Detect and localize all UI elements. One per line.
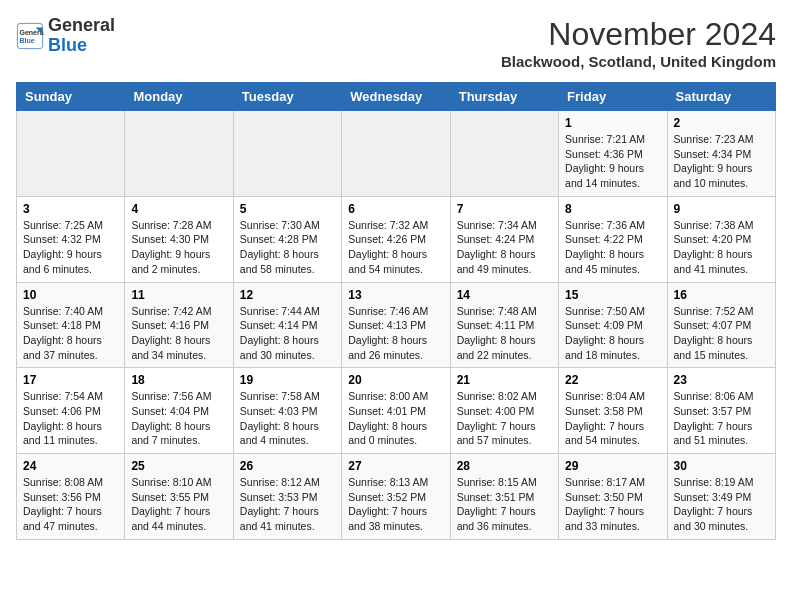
weekday-header-row: SundayMondayTuesdayWednesdayThursdayFrid… [17, 83, 776, 111]
day-number: 14 [457, 288, 552, 302]
day-info: Sunrise: 8:15 AMSunset: 3:51 PMDaylight:… [457, 475, 552, 534]
day-number: 8 [565, 202, 660, 216]
calendar-week-row: 24Sunrise: 8:08 AMSunset: 3:56 PMDayligh… [17, 454, 776, 540]
day-info: Sunrise: 7:42 AMSunset: 4:16 PMDaylight:… [131, 304, 226, 363]
calendar-cell: 2Sunrise: 7:23 AMSunset: 4:34 PMDaylight… [667, 111, 775, 197]
weekday-header-cell: Thursday [450, 83, 558, 111]
calendar-cell: 23Sunrise: 8:06 AMSunset: 3:57 PMDayligh… [667, 368, 775, 454]
day-info: Sunrise: 7:48 AMSunset: 4:11 PMDaylight:… [457, 304, 552, 363]
calendar-cell: 3Sunrise: 7:25 AMSunset: 4:32 PMDaylight… [17, 196, 125, 282]
weekday-header-cell: Sunday [17, 83, 125, 111]
calendar-cell: 5Sunrise: 7:30 AMSunset: 4:28 PMDaylight… [233, 196, 341, 282]
day-number: 20 [348, 373, 443, 387]
calendar-cell: 17Sunrise: 7:54 AMSunset: 4:06 PMDayligh… [17, 368, 125, 454]
day-info: Sunrise: 7:50 AMSunset: 4:09 PMDaylight:… [565, 304, 660, 363]
day-number: 24 [23, 459, 118, 473]
day-info: Sunrise: 7:54 AMSunset: 4:06 PMDaylight:… [23, 389, 118, 448]
calendar-cell: 29Sunrise: 8:17 AMSunset: 3:50 PMDayligh… [559, 454, 667, 540]
day-number: 30 [674, 459, 769, 473]
calendar-cell: 1Sunrise: 7:21 AMSunset: 4:36 PMDaylight… [559, 111, 667, 197]
calendar-cell: 24Sunrise: 8:08 AMSunset: 3:56 PMDayligh… [17, 454, 125, 540]
calendar-week-row: 1Sunrise: 7:21 AMSunset: 4:36 PMDaylight… [17, 111, 776, 197]
day-info: Sunrise: 8:06 AMSunset: 3:57 PMDaylight:… [674, 389, 769, 448]
day-info: Sunrise: 8:19 AMSunset: 3:49 PMDaylight:… [674, 475, 769, 534]
day-number: 3 [23, 202, 118, 216]
calendar-cell: 20Sunrise: 8:00 AMSunset: 4:01 PMDayligh… [342, 368, 450, 454]
day-info: Sunrise: 7:28 AMSunset: 4:30 PMDaylight:… [131, 218, 226, 277]
day-number: 25 [131, 459, 226, 473]
calendar-cell: 25Sunrise: 8:10 AMSunset: 3:55 PMDayligh… [125, 454, 233, 540]
page-header: General Blue General Blue November 2024 … [16, 16, 776, 70]
day-number: 1 [565, 116, 660, 130]
weekday-header-cell: Friday [559, 83, 667, 111]
calendar-cell: 11Sunrise: 7:42 AMSunset: 4:16 PMDayligh… [125, 282, 233, 368]
location-title: Blackwood, Scotland, United Kingdom [501, 53, 776, 70]
day-info: Sunrise: 7:58 AMSunset: 4:03 PMDaylight:… [240, 389, 335, 448]
calendar-cell: 30Sunrise: 8:19 AMSunset: 3:49 PMDayligh… [667, 454, 775, 540]
calendar-cell: 19Sunrise: 7:58 AMSunset: 4:03 PMDayligh… [233, 368, 341, 454]
day-info: Sunrise: 7:44 AMSunset: 4:14 PMDaylight:… [240, 304, 335, 363]
day-info: Sunrise: 8:00 AMSunset: 4:01 PMDaylight:… [348, 389, 443, 448]
day-info: Sunrise: 8:02 AMSunset: 4:00 PMDaylight:… [457, 389, 552, 448]
day-info: Sunrise: 8:08 AMSunset: 3:56 PMDaylight:… [23, 475, 118, 534]
day-number: 2 [674, 116, 769, 130]
calendar-cell: 14Sunrise: 7:48 AMSunset: 4:11 PMDayligh… [450, 282, 558, 368]
day-info: Sunrise: 7:36 AMSunset: 4:22 PMDaylight:… [565, 218, 660, 277]
day-number: 7 [457, 202, 552, 216]
calendar-cell: 27Sunrise: 8:13 AMSunset: 3:52 PMDayligh… [342, 454, 450, 540]
day-number: 22 [565, 373, 660, 387]
day-number: 13 [348, 288, 443, 302]
day-info: Sunrise: 7:23 AMSunset: 4:34 PMDaylight:… [674, 132, 769, 191]
day-number: 12 [240, 288, 335, 302]
day-info: Sunrise: 7:38 AMSunset: 4:20 PMDaylight:… [674, 218, 769, 277]
day-number: 6 [348, 202, 443, 216]
day-number: 11 [131, 288, 226, 302]
calendar-cell: 28Sunrise: 8:15 AMSunset: 3:51 PMDayligh… [450, 454, 558, 540]
logo-icon: General Blue [16, 22, 44, 50]
day-number: 5 [240, 202, 335, 216]
weekday-header-cell: Tuesday [233, 83, 341, 111]
logo: General Blue General Blue [16, 16, 115, 56]
day-info: Sunrise: 7:46 AMSunset: 4:13 PMDaylight:… [348, 304, 443, 363]
calendar-body: 1Sunrise: 7:21 AMSunset: 4:36 PMDaylight… [17, 111, 776, 540]
calendar-cell [233, 111, 341, 197]
calendar-week-row: 3Sunrise: 7:25 AMSunset: 4:32 PMDaylight… [17, 196, 776, 282]
day-number: 28 [457, 459, 552, 473]
day-number: 19 [240, 373, 335, 387]
calendar-cell [342, 111, 450, 197]
calendar-cell: 13Sunrise: 7:46 AMSunset: 4:13 PMDayligh… [342, 282, 450, 368]
calendar-cell: 16Sunrise: 7:52 AMSunset: 4:07 PMDayligh… [667, 282, 775, 368]
svg-text:Blue: Blue [20, 37, 35, 44]
svg-rect-0 [17, 23, 42, 48]
day-info: Sunrise: 7:56 AMSunset: 4:04 PMDaylight:… [131, 389, 226, 448]
calendar-cell: 22Sunrise: 8:04 AMSunset: 3:58 PMDayligh… [559, 368, 667, 454]
day-info: Sunrise: 7:25 AMSunset: 4:32 PMDaylight:… [23, 218, 118, 277]
day-info: Sunrise: 8:13 AMSunset: 3:52 PMDaylight:… [348, 475, 443, 534]
weekday-header-cell: Wednesday [342, 83, 450, 111]
day-number: 26 [240, 459, 335, 473]
day-info: Sunrise: 8:17 AMSunset: 3:50 PMDaylight:… [565, 475, 660, 534]
day-number: 9 [674, 202, 769, 216]
calendar-cell: 6Sunrise: 7:32 AMSunset: 4:26 PMDaylight… [342, 196, 450, 282]
day-number: 10 [23, 288, 118, 302]
calendar-week-row: 17Sunrise: 7:54 AMSunset: 4:06 PMDayligh… [17, 368, 776, 454]
calendar-cell: 4Sunrise: 7:28 AMSunset: 4:30 PMDaylight… [125, 196, 233, 282]
day-number: 23 [674, 373, 769, 387]
day-number: 29 [565, 459, 660, 473]
day-info: Sunrise: 8:12 AMSunset: 3:53 PMDaylight:… [240, 475, 335, 534]
calendar-cell [450, 111, 558, 197]
calendar-cell [17, 111, 125, 197]
calendar-week-row: 10Sunrise: 7:40 AMSunset: 4:18 PMDayligh… [17, 282, 776, 368]
calendar-cell: 10Sunrise: 7:40 AMSunset: 4:18 PMDayligh… [17, 282, 125, 368]
calendar-cell: 12Sunrise: 7:44 AMSunset: 4:14 PMDayligh… [233, 282, 341, 368]
day-number: 21 [457, 373, 552, 387]
title-area: November 2024 Blackwood, Scotland, Unite… [501, 16, 776, 70]
day-number: 17 [23, 373, 118, 387]
month-title: November 2024 [501, 16, 776, 53]
day-info: Sunrise: 7:32 AMSunset: 4:26 PMDaylight:… [348, 218, 443, 277]
calendar-cell: 15Sunrise: 7:50 AMSunset: 4:09 PMDayligh… [559, 282, 667, 368]
day-info: Sunrise: 8:10 AMSunset: 3:55 PMDaylight:… [131, 475, 226, 534]
calendar-cell: 8Sunrise: 7:36 AMSunset: 4:22 PMDaylight… [559, 196, 667, 282]
day-number: 15 [565, 288, 660, 302]
logo-text: General Blue [48, 16, 115, 56]
